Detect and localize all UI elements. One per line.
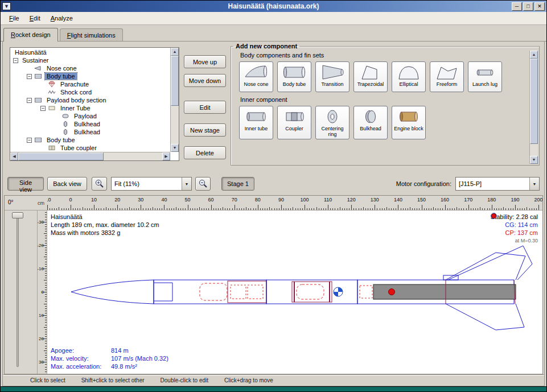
- chevron-down-icon[interactable]: ▼: [529, 178, 539, 190]
- cp-marker: [389, 289, 395, 295]
- add-coupler-button[interactable]: Coupler: [277, 106, 311, 139]
- side-view-button[interactable]: Side view: [7, 177, 44, 191]
- scrollbar-thumb[interactable]: [530, 59, 538, 144]
- add-bulkhead-button[interactable]: Bulkhead: [353, 106, 388, 139]
- zoom-in-button[interactable]: [92, 177, 107, 191]
- rocket-canvas[interactable]: Haisunäätä Length 189 cm, max. diameter …: [47, 211, 542, 374]
- horizontal-ruler: -100102030405060708090100110120130140150…: [47, 196, 542, 211]
- move-up-button[interactable]: Move up: [184, 55, 226, 68]
- tree-item-parachute[interactable]: Parachute: [11, 80, 170, 88]
- tree-item-label: Shock cord: [59, 89, 93, 96]
- tree-item-label: Parachute: [59, 81, 91, 88]
- status-hint-3: Double-click to edit: [161, 377, 208, 383]
- tree-action-buttons: Move up Move down Edit New stage Delete: [184, 47, 226, 167]
- tree-expander-icon[interactable]: −: [27, 138, 32, 143]
- rotation-slider-handle[interactable]: [12, 212, 23, 218]
- innertube-icon: [48, 105, 57, 112]
- status-hint-1: Click to select: [30, 377, 65, 383]
- rotation-slider[interactable]: [5, 211, 38, 374]
- add-trapezoidal-button[interactable]: Trapezoidal: [353, 61, 388, 92]
- scroll-up-icon[interactable]: ▲: [171, 48, 179, 56]
- menu-item-analyze[interactable]: Analyze: [46, 13, 78, 23]
- scroll-down-icon[interactable]: ▼: [530, 156, 538, 164]
- tree-expander-icon[interactable]: −: [27, 74, 32, 79]
- add-nose-cone-button[interactable]: Nose cone: [239, 61, 273, 92]
- h-ruler-label: 150: [417, 197, 426, 203]
- tree-item-shock-cord[interactable]: Shock cord: [11, 88, 170, 96]
- h-ruler-label: 80: [255, 197, 261, 203]
- scroll-up-icon[interactable]: ▲: [530, 51, 538, 59]
- move-down-button[interactable]: Move down: [184, 74, 226, 87]
- add-launch-lug-button[interactable]: Launch lug: [468, 61, 502, 92]
- add-elliptical-button[interactable]: Elliptical: [392, 61, 426, 92]
- zoom-out-button[interactable]: [195, 177, 211, 191]
- tree-item-bulkhead[interactable]: Bulkhead: [11, 120, 170, 128]
- title-bar: ▼ Haisunäätä (haisunaata.ork) ─ □ ✕: [1, 1, 546, 12]
- window-icon[interactable]: ▼: [2, 2, 11, 10]
- add-transition-button[interactable]: Transition: [315, 61, 349, 92]
- tree-expander-icon[interactable]: −: [27, 98, 32, 103]
- scroll-down-icon[interactable]: ▼: [171, 144, 179, 152]
- component-group-label-inner-component: Inner component: [240, 96, 537, 103]
- tree-item-bulkhead[interactable]: Bulkhead: [11, 128, 170, 136]
- component-group-label-body-components-and-fin-sets: Body components and fin sets: [240, 52, 537, 59]
- design-top-section: Haisunäätä−SustainerNose cone−Body tubeP…: [3, 42, 544, 174]
- component-tree: Haisunäätä−SustainerNose cone−Body tubeP…: [11, 48, 170, 151]
- menu-item-file[interactable]: File: [4, 13, 24, 23]
- tree-item-inner-tube[interactable]: −Inner Tube: [11, 104, 170, 112]
- tree-horizontal-scrollbar[interactable]: ◀ ▶: [10, 152, 170, 160]
- v-ruler-label: 0: [42, 290, 44, 295]
- tree-vertical-scrollbar[interactable]: ▲ ▼: [170, 48, 179, 152]
- payload-icon: [61, 113, 71, 119]
- scroll-right-icon[interactable]: ▶: [162, 152, 170, 160]
- tree-item-sustainer[interactable]: −Sustainer: [11, 56, 170, 64]
- trapezoidal-icon: [358, 63, 383, 81]
- engine-block-icon: [396, 108, 421, 126]
- app-window: ▼ Haisunäätä (haisunaata.ork) ─ □ ✕ File…: [0, 0, 547, 392]
- tree-item-body-tube[interactable]: −Body tube: [11, 72, 170, 80]
- close-button[interactable]: ✕: [534, 2, 545, 11]
- menu-item-edit[interactable]: Edit: [24, 13, 46, 23]
- scrollbar-thumb[interactable]: [18, 152, 104, 160]
- tree-item-payload-body-section[interactable]: −Payload body section: [11, 96, 170, 104]
- acceleration-value: 49.8 m/s²: [111, 362, 168, 370]
- edit-button[interactable]: Edit: [184, 101, 226, 114]
- new-stage-button[interactable]: New stage: [184, 123, 226, 137]
- delete-button[interactable]: Delete: [184, 146, 226, 159]
- back-view-button[interactable]: Back view: [47, 177, 87, 191]
- add-body-tube-button[interactable]: Body tube: [277, 61, 311, 92]
- v-ruler-label: 30: [39, 360, 44, 365]
- motor-config-select[interactable]: [J115-P] ▼: [455, 177, 540, 191]
- stage-1-toggle[interactable]: Stage 1: [221, 177, 254, 191]
- tree-item-haisun-t[interactable]: Haisunäätä: [11, 48, 170, 56]
- tab-flight-simulations[interactable]: Flight simulations: [60, 28, 123, 41]
- scroll-left-icon[interactable]: ◀: [10, 152, 18, 160]
- zoom-select[interactable]: Fit (11%) ▼: [111, 177, 192, 191]
- maximize-button[interactable]: □: [523, 2, 533, 11]
- rotation-angle-label: 0°: [8, 199, 14, 205]
- add-inner-tube-button[interactable]: Inner tube: [239, 106, 273, 139]
- nose-cone-icon: [244, 63, 269, 81]
- scrollbar-thumb[interactable]: [171, 56, 179, 106]
- chevron-down-icon[interactable]: ▼: [182, 178, 191, 190]
- tree-item-nose-cone[interactable]: Nose cone: [11, 64, 170, 72]
- elliptical-icon: [396, 63, 421, 81]
- tree-item-tube-coupler[interactable]: Tube coupler: [11, 144, 170, 151]
- h-ruler-label: 140: [394, 197, 402, 203]
- tree-expander-icon[interactable]: −: [13, 58, 18, 63]
- add-engine-block-button[interactable]: Engine block: [392, 106, 426, 139]
- rotation-slider-track: [17, 215, 19, 367]
- add-panel-scrollbar[interactable]: ▲ ▼: [529, 51, 538, 164]
- h-ruler-label: 30: [138, 197, 143, 203]
- tree-item-body-tube[interactable]: −Body tube: [11, 136, 170, 144]
- tree-expander-icon[interactable]: −: [40, 106, 46, 111]
- acceleration-label: Max. acceleration:: [51, 362, 111, 370]
- coupler-icon: [282, 108, 307, 126]
- tree-item-payload[interactable]: Payload: [11, 112, 170, 120]
- flight-summary: Apogee:814 m Max. velocity:107 m/s (Mach…: [51, 346, 168, 370]
- tree-item-label: Nose cone: [45, 65, 79, 72]
- add-freeform-button[interactable]: Freeform: [430, 61, 464, 92]
- tab-rocket-design[interactable]: Rocket design: [3, 28, 58, 42]
- add-centering-ring-button[interactable]: Centering ring: [315, 106, 349, 139]
- minimize-button[interactable]: ─: [512, 2, 522, 11]
